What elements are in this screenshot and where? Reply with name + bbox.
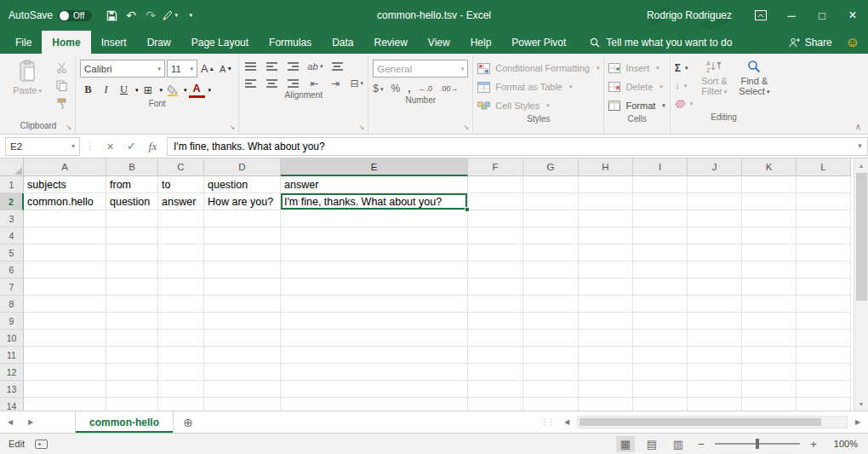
cell-D3[interactable]	[204, 210, 281, 227]
cell-B4[interactable]	[106, 227, 158, 244]
select-all-corner[interactable]	[0, 158, 24, 176]
cell-K7[interactable]	[742, 279, 797, 296]
cell-A14[interactable]	[24, 398, 106, 411]
cell-H4[interactable]	[579, 227, 633, 244]
cell-E8[interactable]	[281, 296, 468, 313]
column-header-I[interactable]: I	[633, 158, 688, 176]
cell-G12[interactable]	[523, 364, 579, 381]
cell-H8[interactable]	[579, 296, 633, 313]
accounting-format-button[interactable]: $▾	[373, 83, 383, 95]
ink-pen-button[interactable]: ▾	[162, 5, 179, 26]
cell-L10[interactable]	[797, 330, 851, 347]
minimize-button[interactable]: ─	[776, 0, 807, 31]
cell-H5[interactable]	[579, 244, 633, 261]
align-middle-button[interactable]	[265, 62, 278, 71]
cell-G5[interactable]	[523, 244, 579, 261]
font-color-caret[interactable]: ▾	[208, 87, 212, 94]
font-size-combo[interactable]: 11▾	[167, 60, 197, 78]
cell-C14[interactable]	[158, 398, 204, 411]
scroll-up-button[interactable]: ▲	[854, 158, 868, 172]
sheet-nav-right-button[interactable]: ▶	[20, 411, 41, 433]
cell-K3[interactable]	[742, 210, 797, 227]
cell-L13[interactable]	[797, 381, 851, 398]
cell-E2[interactable]: I'm fine, thanks. What about you?	[281, 193, 468, 210]
wrap-text-button[interactable]	[330, 62, 344, 71]
cell-J4[interactable]	[688, 227, 742, 244]
cell-L5[interactable]	[797, 244, 851, 261]
cell-G4[interactable]	[523, 227, 579, 244]
tab-insert[interactable]: Insert	[91, 31, 137, 54]
cell-E13[interactable]	[281, 381, 468, 398]
align-top-button[interactable]	[243, 62, 257, 71]
decrease-decimal-button[interactable]: .00→	[440, 84, 459, 93]
undo-button[interactable]: ↶	[123, 5, 140, 26]
cell-A12[interactable]	[24, 364, 106, 381]
name-box[interactable]: E2 ▾	[5, 137, 80, 156]
row-header-5[interactable]: 5	[0, 244, 24, 261]
cut-button[interactable]	[52, 60, 71, 76]
cell-F7[interactable]	[468, 279, 523, 296]
cell-A9[interactable]	[24, 313, 106, 330]
row-header-1[interactable]: 1	[0, 176, 24, 193]
hscroll-left-button[interactable]: ◀	[557, 411, 577, 433]
cell-B1[interactable]: from	[106, 176, 158, 193]
cell-G8[interactable]	[523, 296, 579, 313]
decrease-indent-button[interactable]: ⇤	[307, 78, 321, 89]
cell-K14[interactable]	[742, 398, 797, 411]
fill-color-button[interactable]	[164, 82, 180, 98]
close-button[interactable]: ×	[837, 0, 868, 31]
cell-K9[interactable]	[742, 313, 797, 330]
sheet-tab-common-hello[interactable]: common-hello	[75, 411, 174, 433]
underline-caret[interactable]: ▾	[135, 87, 139, 94]
cell-C2[interactable]: answer	[158, 193, 204, 210]
hscroll-right-button[interactable]: ▶	[848, 411, 868, 433]
percent-style-button[interactable]: %	[391, 83, 400, 95]
format-as-table-button[interactable]: Format as Table▾	[477, 79, 599, 95]
cell-A11[interactable]	[24, 347, 106, 364]
find-select-button[interactable]: Find &Select▾	[735, 57, 773, 112]
cell-F9[interactable]	[468, 313, 523, 330]
column-header-C[interactable]: C	[158, 158, 204, 176]
column-header-G[interactable]: G	[523, 158, 579, 176]
tab-power-pivot[interactable]: Power Pivot	[501, 31, 576, 54]
cell-C13[interactable]	[158, 381, 204, 398]
number-format-combo[interactable]: General▾	[373, 60, 468, 78]
ribbon-display-options-button[interactable]	[745, 0, 776, 31]
cell-C1[interactable]: to	[158, 176, 204, 193]
page-layout-view-button[interactable]: ▤	[642, 436, 661, 452]
cell-F14[interactable]	[468, 398, 523, 411]
cell-D13[interactable]	[204, 381, 281, 398]
increase-decimal-button[interactable]: ←.0	[419, 84, 433, 93]
normal-view-button[interactable]: ▦	[616, 436, 635, 452]
cell-E5[interactable]	[281, 244, 468, 261]
cell-I11[interactable]	[633, 347, 688, 364]
zoom-slider[interactable]	[715, 438, 800, 450]
align-center-button[interactable]	[265, 79, 278, 88]
cell-J1[interactable]	[688, 176, 742, 193]
column-header-B[interactable]: B	[106, 158, 158, 176]
cell-G14[interactable]	[523, 398, 579, 411]
cell-A3[interactable]	[24, 210, 106, 227]
cell-A5[interactable]	[24, 244, 106, 261]
vertical-scroll-thumb[interactable]	[856, 173, 867, 301]
autosave-toggle[interactable]: AutoSave Off	[9, 9, 92, 21]
cell-C11[interactable]	[158, 347, 204, 364]
cell-J7[interactable]	[688, 279, 742, 296]
cell-L12[interactable]	[797, 364, 851, 381]
orientation-button[interactable]: ab▾	[307, 61, 323, 72]
cell-J11[interactable]	[688, 347, 742, 364]
cell-L9[interactable]	[797, 313, 851, 330]
cell-F8[interactable]	[468, 296, 523, 313]
cell-H6[interactable]	[579, 261, 633, 279]
cell-B10[interactable]	[106, 330, 158, 347]
clipboard-dialog-launcher[interactable]: ↘	[64, 123, 73, 132]
cell-D2[interactable]: How are you?	[204, 193, 281, 210]
row-header-7[interactable]: 7	[0, 279, 24, 296]
user-name[interactable]: Rodrigo Rodriguez	[647, 9, 732, 21]
scroll-down-button[interactable]: ▼	[854, 397, 868, 411]
cell-E12[interactable]	[281, 364, 468, 381]
underline-button[interactable]: U	[116, 82, 132, 98]
cell-D4[interactable]	[204, 227, 281, 244]
cell-H14[interactable]	[579, 398, 633, 411]
insert-function-button[interactable]: fx	[142, 137, 163, 156]
